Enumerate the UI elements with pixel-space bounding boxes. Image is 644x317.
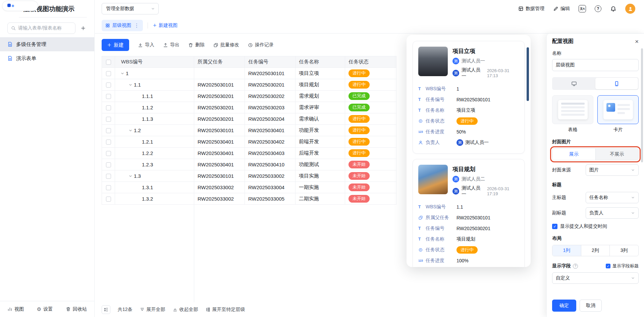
- delete-button[interactable]: 删除: [188, 42, 205, 48]
- checkbox-checked[interactable]: ✓: [606, 264, 610, 268]
- config-title: 配置视图: [552, 38, 574, 45]
- search-input[interactable]: 请输入表单/报表名称: [7, 22, 75, 34]
- collapse-all-button[interactable]: 收起全部: [173, 307, 198, 313]
- column-header-name[interactable]: 任务名称: [296, 56, 345, 68]
- preview-scrollbar[interactable]: [527, 47, 529, 101]
- settings-button[interactable]: ⚙ 设置: [37, 306, 53, 312]
- column-header-parent[interactable]: 所属父任务: [194, 56, 245, 68]
- add-form-button[interactable]: [78, 23, 88, 33]
- table-row[interactable]: 1.1 RW2025030101 RW2025030201 项目规划 进行中: [102, 79, 396, 91]
- row-checkbox[interactable]: [106, 105, 111, 110]
- cover-hide-option[interactable]: 不展示: [595, 149, 639, 160]
- tree-caret-icon[interactable]: [128, 83, 132, 87]
- cover-source-select[interactable]: 图片: [586, 164, 639, 176]
- row-checkbox[interactable]: [106, 128, 111, 133]
- edit-button[interactable]: 编辑: [553, 6, 570, 12]
- table-row[interactable]: 1.2.2 RW2025030401 RW2025030403 后端开发 进行中: [102, 148, 396, 159]
- view-grid-icon: [105, 23, 110, 28]
- tree-caret-icon[interactable]: [120, 71, 124, 75]
- row-checkbox[interactable]: [106, 71, 111, 76]
- card-list: 项目立项 测测试人员一 测测试人员一2026-03-31 17:13 T WBS…: [413, 41, 525, 267]
- row-checkbox[interactable]: [106, 162, 111, 167]
- translate-button[interactable]: 文A: [579, 5, 586, 12]
- batch-edit-button[interactable]: 批量修改: [213, 42, 239, 48]
- row-checkbox[interactable]: [106, 185, 111, 190]
- view-name-input[interactable]: 层级视图: [552, 59, 639, 71]
- fields-mode-select[interactable]: 自定义: [552, 272, 639, 284]
- confirm-button[interactable]: 确定: [552, 300, 576, 312]
- user-avatar[interactable]: [625, 4, 635, 14]
- views-button[interactable]: 视图: [7, 306, 24, 312]
- card-submitter: 测试人员一: [462, 67, 483, 79]
- view-type-card-option[interactable]: 卡片: [597, 95, 639, 133]
- record-card[interactable]: 项目立项 测测试人员一 测测试人员一2026-03-31 17:13 T WBS…: [413, 41, 525, 154]
- import-button[interactable]: 导入: [138, 42, 154, 48]
- column-header-wbs[interactable]: WBS编号: [115, 56, 194, 68]
- sidebar-form-item[interactable]: 演示表单: [0, 51, 94, 65]
- table-row[interactable]: 1.1.2 RW2025030201 RW2025030203 需求评审 已完成: [102, 102, 396, 113]
- row-checkbox[interactable]: [106, 94, 111, 99]
- table-row[interactable]: 1.1.1 RW2025030201 RW2025030202 需求规划 已完成: [102, 91, 396, 102]
- kebab-menu-icon[interactable]: ⋮: [134, 22, 139, 29]
- table-row[interactable]: 1.3 RW2025030101 RW2025033002 项目实施 未开始: [102, 170, 396, 182]
- expand-all-button[interactable]: 展开全部: [140, 307, 165, 313]
- chevron-down-icon: [631, 211, 635, 215]
- row-checkbox[interactable]: [106, 117, 111, 122]
- table-row[interactable]: 1.2.3 RW2025030401 RW2025030410 功能测试 未开始: [102, 159, 396, 170]
- table-row[interactable]: 1.2 RW2025030101 RW2025030401 功能开发 进行中: [102, 125, 396, 136]
- close-icon[interactable]: ×: [635, 38, 639, 45]
- sidebar-form-item[interactable]: 多级任务管理: [0, 37, 94, 51]
- row-checkbox[interactable]: [106, 83, 111, 88]
- checkbox-checked[interactable]: ✓: [552, 224, 557, 229]
- help-button[interactable]: ?: [595, 5, 601, 12]
- view-type-table-option[interactable]: 表格: [552, 95, 593, 133]
- new-record-label: 新建: [114, 42, 124, 48]
- sub-title-select[interactable]: 负责人: [586, 207, 639, 219]
- tree-caret-icon[interactable]: [128, 128, 132, 133]
- select-all-checkbox[interactable]: [106, 60, 111, 65]
- device-desktop-toggle[interactable]: [553, 78, 595, 89]
- new-view-button[interactable]: 新建视图: [153, 22, 177, 29]
- fields-section-title: 显示字段: [552, 263, 571, 269]
- layout-3col-option[interactable]: 3列: [609, 245, 638, 256]
- import-label: 导入: [145, 42, 154, 48]
- trash-icon: [188, 43, 193, 48]
- data-scope-select[interactable]: 管理全部数据: [102, 3, 159, 14]
- notification-bell-icon[interactable]: [610, 6, 616, 12]
- cell-status: 已完成: [345, 91, 396, 102]
- card-field: 任务状态 进行中: [418, 245, 519, 255]
- row-checkbox[interactable]: [106, 174, 111, 179]
- device-mobile-toggle[interactable]: [595, 78, 638, 89]
- status-badge: 未开始: [348, 183, 370, 191]
- row-checkbox[interactable]: [106, 140, 111, 145]
- table-row[interactable]: 1.1.3 RW2025030201 RW2025030204 需求确认 进行中: [102, 113, 396, 125]
- pencil-icon: [553, 6, 558, 11]
- row-checkbox[interactable]: [106, 197, 111, 202]
- tab-hierarchy-view[interactable]: 层级视图 ⋮: [102, 20, 143, 31]
- new-record-button[interactable]: 新建: [102, 39, 129, 51]
- row-checkbox[interactable]: [106, 151, 111, 156]
- config-scrollbar[interactable]: [641, 48, 643, 162]
- column-header-code[interactable]: 任务编号: [245, 56, 296, 68]
- cancel-button[interactable]: 取消: [580, 300, 602, 312]
- column-header-status[interactable]: 任务状态: [345, 56, 396, 68]
- table-row[interactable]: 1.2.1 RW2025030401 RW2025030402 前端开发 进行中: [102, 136, 396, 148]
- expand-to-level-button[interactable]: 展开至特定层级: [206, 307, 245, 313]
- export-button[interactable]: 导出: [163, 42, 179, 48]
- record-card[interactable]: 项目规划 测测试人员二 测测试人员一2026-03-31 17:19 T WBS…: [413, 159, 525, 267]
- row-height-button[interactable]: [102, 305, 110, 314]
- layout-1col-option[interactable]: 1列: [552, 245, 581, 256]
- layout-2col-option[interactable]: 2列: [581, 245, 610, 256]
- field-value: 项目规划: [457, 236, 475, 242]
- tree-caret-icon[interactable]: [128, 174, 132, 178]
- table-row[interactable]: 1.3.1 RW2025033002 RW2025033004 一期实施 未开始: [102, 182, 396, 193]
- cover-show-option[interactable]: 展示: [552, 149, 595, 160]
- help-icon[interactable]: ?: [573, 264, 578, 269]
- table-row[interactable]: 1.3.2 RW2025033002 RW2025033005 二期实施 未开始: [102, 193, 396, 205]
- sub-title-label: 副标题: [552, 210, 566, 216]
- trash-button[interactable]: 回收站: [66, 306, 87, 312]
- table-row[interactable]: 1 RW2025030101 项目立项 进行中: [102, 68, 396, 79]
- data-manage-button[interactable]: 数据管理: [518, 6, 544, 12]
- history-button[interactable]: 操作记录: [248, 42, 274, 48]
- main-title-select[interactable]: 任务名称: [586, 192, 639, 203]
